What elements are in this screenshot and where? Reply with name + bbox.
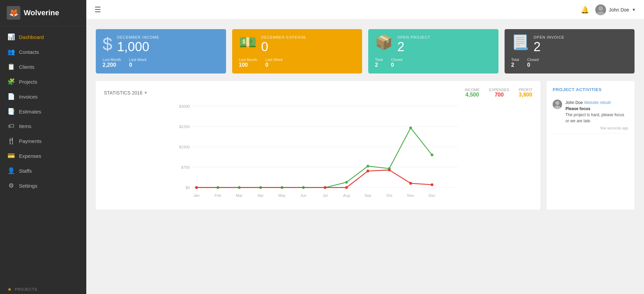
invoice-total: Total 2 bbox=[511, 58, 519, 68]
invoice-card: 📃 OPEN INVOICE 2 Total 2 Closed 0 bbox=[505, 29, 635, 74]
sidebar-item-estimates[interactable]: 📑 Estimates bbox=[0, 104, 86, 119]
expense-title: DECEMBER EXPENSE bbox=[261, 35, 306, 39]
sidebar-item-expenses[interactable]: 💳 Expenses bbox=[0, 148, 86, 163]
income-card-header: $ DECEMBER INCOME 1,000 bbox=[103, 35, 219, 54]
svg-text:Dec: Dec bbox=[428, 193, 436, 197]
project-icon: 📦 bbox=[375, 35, 393, 49]
svg-point-43 bbox=[555, 101, 559, 105]
project-total: Total 2 bbox=[375, 58, 383, 68]
project-footer: Total 2 Closed 0 bbox=[375, 58, 492, 68]
username: John Doe bbox=[609, 7, 629, 13]
expenses-legend: EXPENSES 700 bbox=[489, 88, 509, 98]
svg-point-36 bbox=[195, 186, 198, 189]
topbar: ☰ 🔔 John Doe ▼ bbox=[86, 0, 644, 20]
invoice-title-block: OPEN INVOICE 2 bbox=[534, 35, 564, 54]
contacts-icon: 👥 bbox=[7, 48, 15, 56]
chart-svg: $3000 $2250 $1500 $750 $0 Jan Feb Mar Ap… bbox=[104, 103, 532, 201]
svg-text:$750: $750 bbox=[181, 165, 190, 169]
income-card: $ DECEMBER INCOME 1,000 Last Month 2,200… bbox=[96, 29, 226, 74]
sidebar-item-items[interactable]: 🏷 Items bbox=[0, 119, 86, 133]
income-icon: $ bbox=[103, 35, 112, 53]
sidebar-item-contacts[interactable]: 👥 Contacts bbox=[0, 44, 86, 59]
activity-description: The project is hard, please focus or we … bbox=[565, 112, 628, 124]
sidebar-item-staffs[interactable]: 👤 Staffs bbox=[0, 163, 86, 178]
svg-point-0 bbox=[598, 6, 603, 11]
projects-icon: 🧩 bbox=[7, 78, 15, 85]
sidebar-label-contacts: Contacts bbox=[19, 49, 39, 55]
svg-point-32 bbox=[367, 165, 369, 167]
svg-text:Nov: Nov bbox=[407, 193, 414, 197]
main-area: ☰ 🔔 John Doe ▼ $ DECEMBER INCOME 1 bbox=[86, 0, 644, 294]
invoice-card-header: 📃 OPEN INVOICE 2 bbox=[511, 35, 628, 54]
expense-value: 0 bbox=[261, 40, 306, 54]
svg-text:$1500: $1500 bbox=[179, 145, 190, 149]
svg-point-35 bbox=[430, 153, 433, 156]
sidebar-item-payments[interactable]: 🍴 Payments bbox=[0, 133, 86, 148]
svg-text:Oct: Oct bbox=[386, 193, 393, 197]
activities-title: PROJECT ACTIVITIES bbox=[553, 87, 628, 92]
svg-point-31 bbox=[345, 181, 348, 184]
expense-card-header: 💵 DECEMBER EXPENSE 0 bbox=[239, 35, 356, 54]
svg-point-37 bbox=[324, 186, 327, 189]
svg-text:Jan: Jan bbox=[193, 193, 199, 197]
project-card-header: 📦 OPEN PROJECT 2 bbox=[375, 35, 492, 54]
avatar bbox=[595, 4, 606, 15]
items-icon: 🏷 bbox=[7, 123, 15, 130]
svg-text:Jun: Jun bbox=[300, 193, 306, 197]
svg-text:$2250: $2250 bbox=[179, 124, 190, 128]
star-icon: ★ bbox=[7, 287, 12, 292]
sidebar-label-dashboard: Dashboard bbox=[19, 34, 44, 40]
expense-icon: 💵 bbox=[239, 35, 257, 49]
sidebar-label-estimates: Estimates bbox=[19, 109, 41, 114]
sidebar-item-projects[interactable]: 🧩 Projects bbox=[0, 74, 86, 89]
sidebar-label-staffs: Staffs bbox=[19, 168, 32, 174]
activity-avatar bbox=[553, 100, 562, 109]
invoice-icon: 📃 bbox=[511, 35, 529, 49]
expense-last-month: Last Month 100 bbox=[239, 58, 257, 68]
logo-icon: 🦊 bbox=[7, 6, 20, 20]
chart-header: STATISTICS 2016 ▼ INCOME 4,500 EXPENSES … bbox=[104, 88, 532, 98]
sidebar-item-invoices[interactable]: 📄 Invoices bbox=[0, 89, 86, 104]
svg-point-39 bbox=[367, 170, 369, 172]
sidebar-item-dashboard[interactable]: 📊 Dashboard bbox=[0, 29, 86, 44]
invoice-title: OPEN INVOICE bbox=[534, 35, 564, 39]
invoices-icon: 📄 bbox=[7, 93, 15, 100]
notification-bell[interactable]: 🔔 bbox=[581, 6, 589, 14]
chart-area: $3000 $2250 $1500 $750 $0 Jan Feb Mar Ap… bbox=[104, 103, 532, 201]
chart-title[interactable]: STATISTICS 2016 ▼ bbox=[104, 90, 148, 96]
activity-time: few seconds ago bbox=[565, 125, 628, 131]
income-footer: Last Month 2,200 Last Week 0 bbox=[103, 58, 219, 68]
expense-last-week: Last Week 0 bbox=[265, 58, 283, 68]
sidebar-item-clients[interactable]: 📋 Clients bbox=[0, 59, 86, 74]
stats-row: $ DECEMBER INCOME 1,000 Last Month 2,200… bbox=[96, 29, 635, 74]
activity-body: John Doe Website rebuilt Please focus Th… bbox=[565, 100, 628, 131]
dashboard-icon: 📊 bbox=[7, 33, 15, 41]
projects-section-label: ★ PROJECTS bbox=[0, 282, 86, 294]
expense-card: 💵 DECEMBER EXPENSE 0 Last Month 100 Last… bbox=[232, 29, 362, 74]
sidebar-label-expenses: Expenses bbox=[19, 153, 41, 159]
svg-text:Feb: Feb bbox=[215, 193, 221, 197]
svg-point-44 bbox=[554, 106, 560, 109]
svg-text:Aug: Aug bbox=[343, 193, 350, 197]
svg-text:Sep: Sep bbox=[364, 193, 371, 197]
project-closed: Closed 0 bbox=[391, 58, 402, 68]
sidebar-label-settings: Settings bbox=[19, 183, 37, 189]
activity-title: Please focus bbox=[565, 106, 628, 112]
staffs-icon: 👤 bbox=[7, 167, 15, 174]
menu-button[interactable]: ☰ bbox=[94, 5, 101, 14]
sidebar-nav: 📊 Dashboard 👥 Contacts 📋 Clients 🧩 Proje… bbox=[0, 26, 86, 282]
sidebar-logo[interactable]: 🦊 Wolverine bbox=[0, 0, 86, 26]
sidebar-label-payments: Payments bbox=[19, 138, 42, 144]
bottom-row: STATISTICS 2016 ▼ INCOME 4,500 EXPENSES … bbox=[96, 81, 635, 210]
activity-user-action: John Doe Website rebuilt bbox=[565, 100, 628, 106]
chart-legend: INCOME 4,500 EXPENSES 700 PROFIT 3,800 bbox=[465, 88, 532, 98]
user-menu[interactable]: John Doe ▼ bbox=[595, 4, 636, 15]
settings-icon: ⚙ bbox=[7, 182, 15, 189]
expenses-icon: 💳 bbox=[7, 152, 15, 160]
svg-text:$0: $0 bbox=[185, 186, 190, 190]
sidebar-item-settings[interactable]: ⚙ Settings bbox=[0, 178, 86, 193]
activity-link[interactable]: Website rebuilt bbox=[584, 100, 611, 105]
svg-text:Jul: Jul bbox=[323, 193, 328, 197]
income-last-week: Last Week 0 bbox=[129, 58, 147, 68]
sidebar-label-items: Items bbox=[19, 123, 31, 129]
